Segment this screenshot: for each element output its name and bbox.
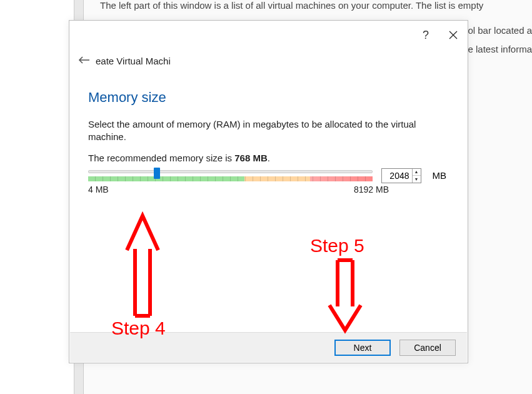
memory-unit: MB <box>430 170 449 181</box>
memory-slider[interactable] <box>88 169 373 183</box>
spin-up-icon[interactable]: ▲ <box>413 169 421 176</box>
breadcrumb: eate Virtual Machi <box>69 49 468 72</box>
spin-down-icon[interactable]: ▼ <box>413 176 421 183</box>
memory-spinbox[interactable]: ▲ ▼ <box>381 168 421 183</box>
recommend-value: 768 MB <box>234 153 268 163</box>
dialog-footer: Next Cancel <box>70 332 467 362</box>
memory-recommendation: The recommended memory size is 768 MB. <box>88 153 449 163</box>
slider-min-label: 4 MB <box>88 184 109 194</box>
create-vm-dialog: ? eate Virtual Machi Memory size Select … <box>69 20 468 363</box>
background-text-line3: e latest informa <box>468 44 532 54</box>
breadcrumb-text: eate Virtual Machi <box>96 56 171 66</box>
recommend-suffix: . <box>268 153 270 163</box>
background-text-line2: ol bar located a <box>468 25 532 36</box>
recommend-prefix: The recommended memory size is <box>88 153 234 163</box>
memory-input[interactable] <box>382 169 412 183</box>
dialog-titlebar: ? <box>69 21 468 49</box>
next-button[interactable]: Next <box>334 340 391 356</box>
back-arrow-icon[interactable] <box>78 56 91 66</box>
page-title: Memory size <box>88 89 449 106</box>
cancel-button[interactable]: Cancel <box>399 340 456 356</box>
background-text-line1: The left part of this window is a list o… <box>100 0 483 11</box>
slider-max-label: 8192 MB <box>354 184 389 194</box>
memory-description: Select the amount of memory (RAM) in meg… <box>88 118 419 144</box>
help-icon[interactable]: ? <box>423 29 429 42</box>
close-icon[interactable] <box>449 31 458 39</box>
slider-thumb[interactable] <box>154 168 160 179</box>
